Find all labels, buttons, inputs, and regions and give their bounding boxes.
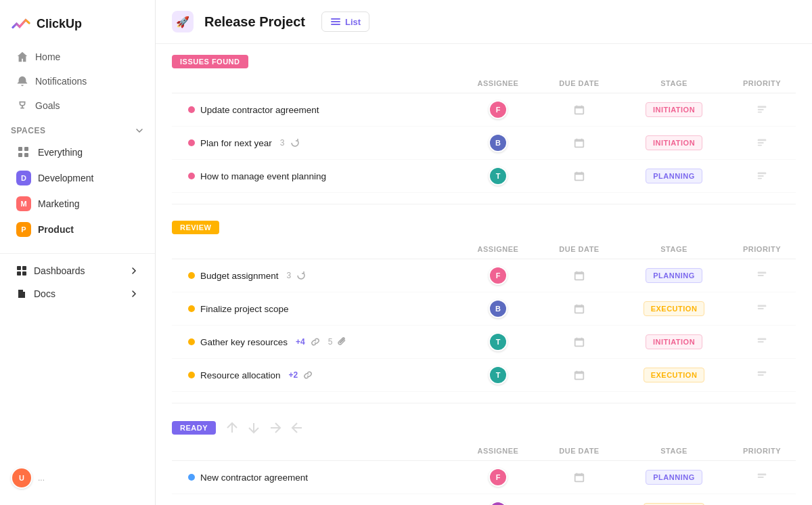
stage-cell: EXECUTION <box>620 368 728 382</box>
priority-icon <box>756 369 768 381</box>
th-duedate-ready: DUE DATE <box>539 447 620 455</box>
list-view-icon <box>330 16 341 27</box>
view-selector[interactable]: List <box>321 12 369 32</box>
priority-cell <box>728 471 796 483</box>
nav-home[interactable]: Home <box>5 45 150 69</box>
toolbar-icon-1[interactable] <box>224 420 240 436</box>
assignee-cell: F <box>457 468 539 487</box>
table-row[interactable]: New contractor agreement F PLANNING <box>172 461 796 494</box>
avatar: T <box>489 366 508 385</box>
trophy-icon <box>16 100 28 112</box>
toolbar-icon-2[interactable] <box>246 420 262 436</box>
avatar: T <box>489 332 508 351</box>
svg-rect-18 <box>758 305 767 307</box>
sidebar-item-development[interactable]: D Development <box>5 165 150 191</box>
calendar-icon <box>573 137 585 149</box>
table-row[interactable]: Update contractor agreement F INITIATION <box>172 93 796 127</box>
dashboards-label: Dashboards <box>34 265 85 276</box>
svg-rect-19 <box>758 308 764 309</box>
stage-badge: INITIATION <box>646 334 702 349</box>
nav-notifications[interactable]: Notifications <box>5 69 150 93</box>
clickup-logo-icon <box>11 14 31 34</box>
svg-rect-11 <box>758 142 764 144</box>
priority-icon <box>756 269 768 282</box>
nav-home-label: Home <box>35 51 60 62</box>
stage-cell: PLANNING <box>620 470 728 485</box>
th-priority-r: PRIORITY <box>728 245 796 253</box>
stage-badge: EXECUTION <box>644 368 705 382</box>
section-ready: READY ASSIGNEE DUE DATE STAGE PRIORITY N… <box>156 409 812 505</box>
review-table-header: ASSIGNEE DUE DATE STAGE PRIORITY <box>172 240 796 259</box>
table-row[interactable]: Budget assignment 3 F PLANNING <box>172 259 796 292</box>
avatar: F <box>489 501 508 505</box>
top-bar: 🚀 Release Project List <box>156 0 812 44</box>
toolbar-icon-3[interactable] <box>267 420 284 436</box>
svg-rect-4 <box>331 18 340 20</box>
attach-count: 5 <box>328 337 333 347</box>
calendar-icon <box>573 336 585 348</box>
svg-rect-5 <box>331 21 340 22</box>
svg-rect-10 <box>758 139 767 141</box>
nav-goals-label: Goals <box>35 100 60 111</box>
toolbar-icon-4[interactable] <box>289 420 305 436</box>
nav-goals[interactable]: Goals <box>5 93 150 118</box>
dashboard-icon <box>16 265 27 276</box>
th-stage-1: STAGE <box>620 79 728 87</box>
link-icon <box>311 337 320 347</box>
sidebar-item-everything[interactable]: Everything <box>5 139 150 165</box>
assignee-cell: B <box>457 299 539 318</box>
logo-area: ClickUp <box>0 8 155 45</box>
th-task-r <box>172 245 457 253</box>
everything-icon <box>16 145 31 160</box>
bell-icon <box>16 75 28 87</box>
docs-icon <box>16 288 27 299</box>
sidebar-item-product[interactable]: P Product <box>5 217 150 242</box>
table-row[interactable]: Refresh company website 5 F EXECUTION <box>172 494 796 505</box>
task-name: Update contractor agreement <box>172 105 457 115</box>
nav-notifications-label: Notifications <box>35 76 87 87</box>
duedate-cell <box>539 170 620 182</box>
priority-icon <box>756 104 768 116</box>
avatar: F <box>489 100 508 119</box>
refresh-icon <box>296 271 306 280</box>
stage-badge: EXECUTION <box>644 301 705 316</box>
th-assignee-1: ASSIGNEE <box>457 79 539 87</box>
product-icon: P <box>16 222 31 237</box>
assignee-cell: F <box>457 100 539 119</box>
issues-table-header: ASSIGNEE DUE DATE STAGE PRIORITY <box>172 74 796 93</box>
task-count: 3 <box>280 138 285 148</box>
sidebar-item-marketing[interactable]: M Marketing <box>5 191 150 217</box>
stage-cell: INITIATION <box>620 102 728 117</box>
table-row[interactable]: How to manage event planning T PLANNING <box>172 160 796 193</box>
stage-cell: PLANNING <box>620 169 728 183</box>
svg-rect-7 <box>758 106 767 108</box>
task-dot-red <box>188 139 195 146</box>
task-dot-blue <box>188 474 195 481</box>
table-row[interactable]: Plan for next year 3 B INITIATION <box>172 127 796 160</box>
nav-docs[interactable]: Docs <box>5 282 150 305</box>
calendar-icon <box>573 369 585 381</box>
attachment-icon <box>338 337 347 347</box>
project-title: Release Project <box>204 14 305 30</box>
svg-rect-8 <box>758 109 764 110</box>
table-row[interactable]: Gather key resources +4 5 T INITIATION <box>172 326 796 359</box>
nav-dashboards[interactable]: Dashboards <box>5 259 150 282</box>
everything-label: Everything <box>38 147 83 158</box>
svg-rect-1 <box>22 266 26 270</box>
svg-rect-23 <box>758 374 764 376</box>
table-row[interactable]: Finalize project scope B EXECUTION <box>172 292 796 326</box>
stage-badge: PLANNING <box>646 268 702 283</box>
stage-cell: EXECUTION <box>620 301 728 316</box>
task-name: Finalize project scope <box>172 304 457 314</box>
assignee-cell: F <box>457 266 539 285</box>
svg-rect-9 <box>758 112 762 113</box>
user-avatar[interactable]: U <box>11 467 32 489</box>
duedate-cell <box>539 104 620 116</box>
ready-badge: READY <box>172 421 216 435</box>
stage-badge: INITIATION <box>646 135 702 150</box>
priority-cell <box>728 369 796 381</box>
calendar-icon <box>573 170 585 182</box>
table-row[interactable]: Resource allocation +2 T EXECUTION <box>172 359 796 392</box>
task-name: New contractor agreement <box>172 473 457 483</box>
duedate-cell <box>539 269 620 282</box>
